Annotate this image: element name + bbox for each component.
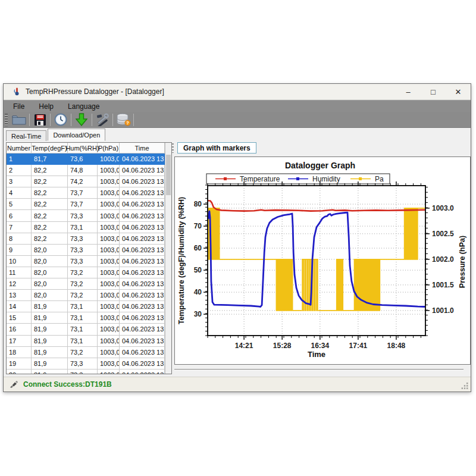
menu-item-file[interactable]: File (4, 101, 32, 112)
table-cell: 1003,0 (98, 336, 120, 347)
table-row[interactable]: 181,773,61003,004.06.2023 13... (7, 154, 165, 165)
table-row[interactable]: 1981,973,31003,004.06.2023 13... (7, 358, 165, 369)
table-cell: 81,9 (32, 324, 68, 335)
svg-text:?: ? (126, 120, 129, 126)
table-cell: 04.06.2023 13... (120, 245, 165, 256)
table-cell: 73,3 (68, 245, 98, 256)
table-cell: 04.06.2023 13... (120, 358, 165, 369)
column-header[interactable]: Time (120, 143, 165, 154)
legend-label-humidity: Humidity (312, 175, 340, 183)
table-cell: 16 (7, 324, 32, 335)
data-table: NumberTemp(degF)Hum(%RH)P(hPa)Time 181,7… (6, 142, 172, 374)
table-row[interactable]: 1781,973,11003,004.06.2023 13... (7, 336, 165, 347)
table-row[interactable]: 582,273,71003,004.06.2023 13... (7, 199, 165, 210)
clock-button[interactable] (52, 112, 70, 127)
app-window: TempRHPressure Datalogger - [Datalogger]… (3, 83, 471, 392)
status-message: Connect Success:DT191B (23, 380, 112, 389)
svg-text:1002.5: 1002.5 (432, 230, 454, 238)
table-cell: 1003,0 (98, 222, 120, 233)
table-row[interactable]: 382,274,21003,004.06.2023 13... (7, 176, 165, 187)
save-button[interactable] (31, 112, 49, 127)
database-button[interactable]: ? (114, 112, 132, 127)
toolbar-separator (50, 114, 51, 126)
table-cell: 1003,0 (98, 199, 120, 210)
tab-real-time[interactable]: Real-Time (6, 130, 46, 141)
download-button[interactable] (73, 112, 90, 127)
graph-title: Datalogger Graph (285, 161, 355, 170)
table-cell: 82,2 (32, 199, 68, 210)
table-row[interactable]: 1182,073,21003,004.06.2023 13... (7, 267, 165, 278)
settings-button[interactable] (93, 112, 111, 127)
table-row[interactable]: 982,073,31003,004.06.2023 13... (7, 245, 165, 256)
save-icon (34, 114, 46, 126)
table-cell: 04.06.2023 13... (120, 336, 165, 347)
table-cell: 3 (7, 176, 32, 187)
table-cell: 2 (7, 165, 32, 176)
table-cell: 20 (7, 369, 32, 374)
table-cell: 1003,0 (98, 278, 120, 290)
column-header[interactable]: Number (7, 143, 32, 154)
table-cell: 11 (7, 267, 32, 278)
legend-label-pa: Pa (375, 175, 384, 183)
menu-item-language[interactable]: Language (61, 101, 107, 112)
splitter-grip[interactable] (172, 143, 174, 153)
database-help-icon: ? (116, 113, 131, 126)
table-row[interactable]: 682,273,31003,004.06.2023 13... (7, 210, 165, 221)
column-header[interactable]: Temp(degF) (32, 143, 68, 154)
table-row[interactable]: 482,273,71003,004.06.2023 13... (7, 187, 165, 199)
menu-item-help[interactable]: Help (32, 101, 61, 112)
table-cell: 04.06.2023 13... (120, 187, 165, 199)
table-cell: 04.06.2023 13... (120, 165, 165, 176)
scrollbar-thumb[interactable] (166, 155, 171, 195)
table-cell: 9 (7, 245, 32, 256)
table-row[interactable]: 1382,073,21003,004.06.2023 13... (7, 290, 165, 301)
svg-text:14:21: 14:21 (235, 342, 253, 350)
table-cell: 82,0 (32, 245, 68, 256)
title-bar: TempRHPressure Datalogger - [Datalogger]… (4, 84, 471, 100)
table-cell: 04.06.2023 13... (120, 267, 165, 278)
svg-text:70: 70 (194, 222, 202, 230)
graph-panel: Datalogger Graph TemperatureHumidityPa 3… (174, 156, 471, 365)
table-cell: 81,9 (32, 369, 68, 374)
table-cell: 04.06.2023 13... (120, 176, 165, 187)
table-cell: 1003,0 (98, 233, 120, 245)
minimize-button[interactable]: – (396, 84, 421, 99)
table-cell: 1003,0 (98, 312, 120, 324)
table-cell: 04.06.2023 13... (120, 199, 165, 210)
table-row[interactable]: 1082,073,31003,004.06.2023 13... (7, 256, 165, 267)
table-row[interactable]: 782,273,11003,004.06.2023 13... (7, 222, 165, 233)
svg-text:50: 50 (194, 266, 202, 274)
horizontal-divider (174, 369, 464, 371)
svg-text:80: 80 (194, 200, 202, 208)
table-cell: 04.06.2023 13... (120, 290, 165, 301)
resize-grip[interactable] (461, 382, 469, 390)
maximize-button[interactable]: □ (421, 84, 446, 99)
table-row[interactable]: 1681,973,11003,004.06.2023 13... (7, 324, 165, 335)
toolbar-grip[interactable] (5, 114, 8, 126)
table-cell: 81,9 (32, 301, 68, 312)
table-cell: 1003,0 (98, 154, 120, 165)
window-controls: – □ ✕ (396, 84, 471, 99)
menu-bar: FileHelpLanguage (4, 100, 471, 112)
clock-icon (54, 113, 67, 126)
table-row[interactable]: 282,274,81003,004.06.2023 13... (7, 165, 165, 176)
table-cell: 18 (7, 347, 32, 358)
column-header[interactable]: P(hPa) (98, 143, 120, 154)
open-folder-button[interactable] (10, 112, 28, 127)
table-cell: 15 (7, 312, 32, 324)
table-row[interactable]: 1481,973,11003,004.06.2023 13... (7, 301, 165, 312)
table-row[interactable]: 1881,973,21003,004.06.2023 13... (7, 347, 165, 358)
column-header[interactable]: Hum(%RH) (68, 143, 98, 154)
table-cell: 1003,0 (98, 165, 120, 176)
window-title: TempRHPressure Datalogger - [Datalogger] (26, 87, 164, 96)
close-button[interactable]: ✕ (446, 84, 471, 99)
table-row[interactable]: 1282,073,21003,004.06.2023 13... (7, 278, 165, 290)
svg-text:17:41: 17:41 (349, 342, 368, 350)
table-cell: 17 (7, 336, 32, 347)
table-row[interactable]: 2081,973,31003,004.06.2023 13... (7, 369, 165, 374)
table-scrollbar[interactable] (165, 143, 171, 374)
table-cell: 82,2 (32, 165, 68, 176)
table-row[interactable]: 1581,973,11003,004.06.2023 13... (7, 312, 165, 324)
tab-download-open[interactable]: Download/Open (48, 129, 105, 141)
table-row[interactable]: 882,273,31003,004.06.2023 13... (7, 233, 165, 245)
